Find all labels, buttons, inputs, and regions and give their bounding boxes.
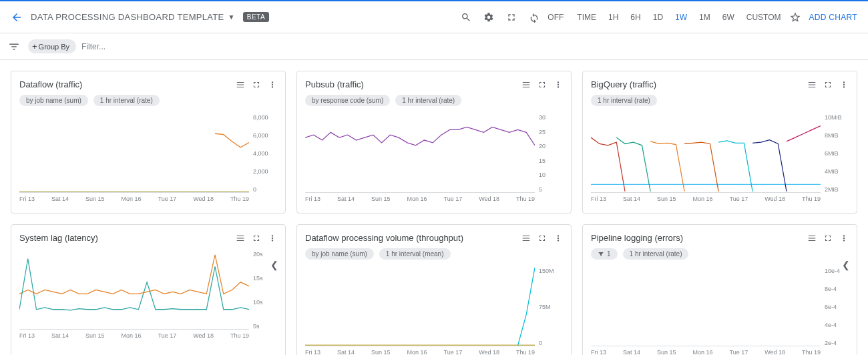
auto-refresh-off-label[interactable]: OFF bbox=[548, 13, 564, 22]
plot-box bbox=[305, 268, 535, 346]
chart-area[interactable]: 10e-48e-46e-44e-42e-4Fri 13Sat 14Sun 15M… bbox=[591, 268, 849, 355]
aggregation-chip[interactable]: by job name (sum) bbox=[19, 95, 88, 106]
chart-card-dataflow_traffic: Dataflow (traffic)by job name (sum)1 hr … bbox=[11, 71, 286, 214]
collapse-caret-icon[interactable]: ❮ bbox=[842, 260, 850, 270]
more-icon[interactable] bbox=[839, 80, 849, 89]
x-tick: Wed 18 bbox=[479, 349, 499, 355]
y-tick: 4,000 bbox=[253, 150, 277, 157]
legend-icon[interactable] bbox=[807, 80, 817, 89]
card-title: Pubsub (traffic) bbox=[305, 79, 516, 89]
card-title: BigQuery (traffic) bbox=[591, 79, 802, 89]
expand-icon[interactable] bbox=[537, 234, 547, 243]
expand-icon[interactable] bbox=[823, 234, 833, 243]
chart-area[interactable]: 20s15s10s5sFri 13Sat 14Sun 15Mon 16Tue 1… bbox=[19, 251, 277, 344]
y-tick: 5 bbox=[539, 186, 563, 193]
y-tick: 10MiB bbox=[825, 114, 849, 121]
aggregation-chip[interactable]: 1 hr interval (rate) bbox=[395, 95, 461, 106]
x-tick: Fri 13 bbox=[591, 349, 606, 355]
legend-icon[interactable] bbox=[521, 80, 531, 89]
time-opt-1d[interactable]: 1D bbox=[653, 13, 663, 22]
x-axis: Fri 13Sat 14Sun 15Mon 16Tue 17Wed 18Thu … bbox=[19, 332, 249, 344]
x-tick: Tue 17 bbox=[158, 196, 176, 208]
filter-list-icon[interactable] bbox=[5, 41, 23, 53]
aggregation-chip[interactable]: 1 hr interval (rate) bbox=[93, 95, 160, 106]
y-tick: 8MiB bbox=[825, 132, 849, 139]
aggregation-chip[interactable]: by job name (sum) bbox=[305, 248, 374, 260]
more-icon[interactable] bbox=[554, 234, 563, 243]
chart-grid: Dataflow (traffic)by job name (sum)1 hr … bbox=[0, 60, 868, 355]
series-seg-b bbox=[616, 137, 650, 192]
group-by-chip[interactable]: + Group By bbox=[28, 39, 76, 53]
aggregation-chip[interactable]: 1 hr interval (mean) bbox=[379, 248, 451, 260]
star-icon[interactable] bbox=[789, 11, 801, 23]
chart-card-dataflow_volume: Dataflow processing volume (throughput)b… bbox=[296, 224, 572, 355]
x-tick: Sat 14 bbox=[337, 196, 355, 208]
time-opt-1h[interactable]: 1H bbox=[608, 13, 618, 22]
time-opt-6w[interactable]: 6W bbox=[722, 13, 734, 22]
aggregation-chip[interactable]: 1 hr interval (rate) bbox=[591, 95, 657, 106]
chart-area[interactable]: 150M75M0Fri 13Sat 14Sun 15Mon 16Tue 17We… bbox=[305, 268, 563, 355]
more-icon[interactable] bbox=[839, 234, 849, 243]
expand-icon[interactable] bbox=[823, 80, 833, 89]
fullscreen-icon[interactable] bbox=[506, 12, 517, 23]
legend-icon[interactable] bbox=[236, 234, 245, 243]
x-tick: Wed 18 bbox=[193, 332, 214, 344]
filter-count-chip[interactable]: 1 bbox=[591, 248, 618, 260]
more-icon[interactable] bbox=[554, 80, 563, 89]
chart-area[interactable]: 8,0006,0004,0002,0000Fri 13Sat 14Sun 15M… bbox=[19, 114, 277, 208]
dashboard-title[interactable]: DATA PROCESSING DASHBOARD TEMPLATE ▼ bbox=[31, 12, 235, 22]
x-tick: Sun 15 bbox=[657, 196, 676, 208]
card-title: Dataflow (traffic) bbox=[19, 79, 230, 89]
card-toolbar bbox=[807, 234, 849, 243]
filter-input[interactable] bbox=[81, 42, 863, 51]
gear-icon[interactable] bbox=[483, 12, 494, 23]
chart-area[interactable]: 10MiB8MiB6MiB4MiB2MiBFri 13Sat 14Sun 15M… bbox=[591, 114, 849, 208]
x-tick: Fri 13 bbox=[305, 196, 320, 208]
legend-icon[interactable] bbox=[236, 80, 245, 89]
expand-icon[interactable] bbox=[252, 80, 261, 89]
chart-svg bbox=[591, 268, 821, 346]
search-icon[interactable] bbox=[461, 12, 471, 23]
x-tick: Sat 14 bbox=[337, 349, 355, 355]
time-opt-custom[interactable]: CUSTOM bbox=[746, 13, 781, 22]
time-opt-1w[interactable]: 1W bbox=[675, 13, 687, 22]
x-tick: Wed 18 bbox=[765, 196, 785, 208]
header: DATA PROCESSING DASHBOARD TEMPLATE ▼ BET… bbox=[0, 1, 868, 33]
legend-icon[interactable] bbox=[807, 234, 817, 243]
series-seg-f bbox=[752, 140, 787, 192]
x-tick: Tue 17 bbox=[729, 349, 748, 355]
y-axis: 10MiB8MiB6MiB4MiB2MiB bbox=[821, 114, 849, 193]
card-toolbar bbox=[807, 80, 849, 89]
x-tick: Tue 17 bbox=[158, 332, 176, 344]
y-tick: 6MiB bbox=[825, 150, 849, 157]
series-seg-c bbox=[650, 141, 684, 192]
aggregation-chip[interactable]: 1 hr interval (rate) bbox=[623, 248, 689, 260]
time-label: TIME bbox=[577, 13, 596, 22]
series-throughput bbox=[518, 268, 535, 346]
y-tick: 2,000 bbox=[253, 168, 277, 175]
aggregation-chip[interactable]: by response code (sum) bbox=[305, 95, 390, 106]
plot-box bbox=[19, 251, 249, 330]
time-opt-1m[interactable]: 1M bbox=[699, 13, 710, 22]
refresh-icon[interactable] bbox=[529, 12, 539, 23]
x-tick: Mon 16 bbox=[121, 332, 141, 344]
more-icon[interactable] bbox=[268, 234, 277, 243]
add-chart-button[interactable]: ADD CHART bbox=[809, 13, 858, 22]
series-latency-a bbox=[19, 255, 249, 294]
legend-icon[interactable] bbox=[521, 234, 531, 243]
y-tick: 4e-4 bbox=[825, 322, 849, 328]
expand-icon[interactable] bbox=[537, 80, 547, 89]
filter-bar: + Group By bbox=[0, 33, 868, 60]
y-tick: 4MiB bbox=[825, 168, 849, 175]
card-toolbar bbox=[521, 234, 563, 243]
chart-area[interactable]: 30252015105Fri 13Sat 14Sun 15Mon 16Tue 1… bbox=[305, 114, 563, 208]
time-opt-6h[interactable]: 6H bbox=[630, 13, 640, 22]
card-header: System lag (latency) bbox=[11, 225, 285, 248]
x-tick: Mon 16 bbox=[121, 196, 141, 208]
expand-icon[interactable] bbox=[252, 234, 261, 243]
back-button[interactable] bbox=[11, 11, 23, 23]
x-axis: Fri 13Sat 14Sun 15Mon 16Tue 17Wed 18Thu … bbox=[305, 196, 535, 208]
collapse-caret-icon[interactable]: ❮ bbox=[270, 260, 278, 270]
more-icon[interactable] bbox=[268, 80, 277, 89]
y-tick: 20 bbox=[539, 143, 563, 149]
